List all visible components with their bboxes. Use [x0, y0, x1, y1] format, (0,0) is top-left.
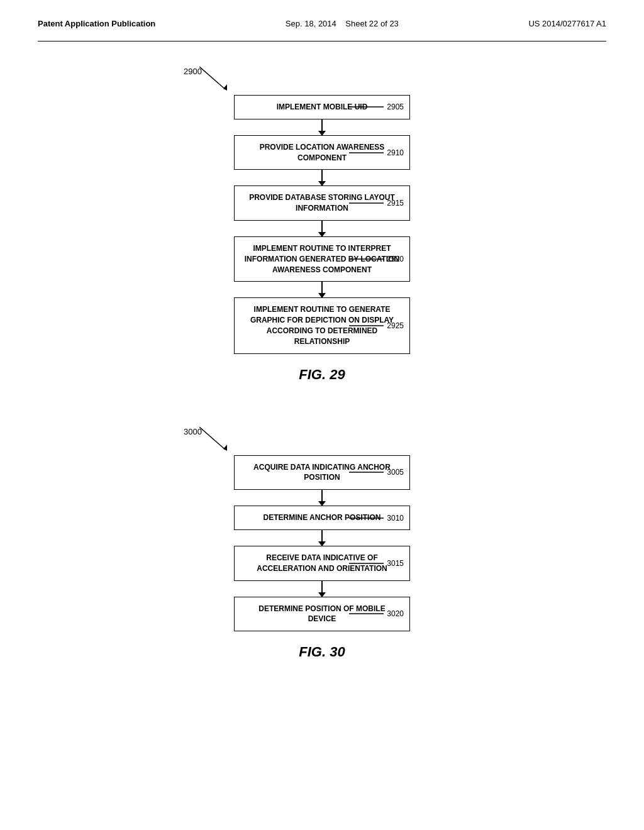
fig29-ref-2905: 2905 [349, 102, 404, 112]
fig30-ref-3005: 3005 [349, 467, 404, 477]
fig30-row-3020: DETERMINE POSITION OF MOBILE DEVICE 3020 [234, 597, 410, 632]
fig29-row-2920: IMPLEMENT ROUTINE TO INTERPRET INFORMATI… [234, 236, 410, 282]
fig30-section: 3000 ACQUIRE DATA INDICATING ANCHOR POSI… [38, 427, 606, 680]
fig29-title: FIG. 29 [299, 367, 345, 383]
fig30-ref-3015: 3015 [349, 558, 404, 568]
fig30-title: FIG. 30 [299, 644, 345, 660]
fig30-flowchart: ACQUIRE DATA INDICATING ANCHOR POSITION … [234, 455, 410, 632]
svg-marker-1 [223, 84, 227, 91]
fig29-row-2925: IMPLEMENT ROUTINE TO GENERATE GRAPHIC FO… [234, 297, 410, 353]
header-left: Patent Application Publication [38, 19, 155, 28]
fig29-ref-2915: 2915 [349, 198, 404, 208]
svg-marker-8 [223, 445, 227, 451]
fig30-arrow-3 [321, 581, 323, 597]
fig29-row-2915: PROVIDE DATABASE STORING LAYOUT INFORMAT… [234, 185, 410, 221]
fig30-row-3015: RECEIVE DATA INDICATIVE OF ACCELERATION … [234, 546, 410, 581]
fig30-start-arrow [199, 427, 250, 452]
fig29-row-2905: IMPLEMENT MOBILE UID 2905 [234, 95, 410, 119]
fig29-start-arrow [199, 67, 250, 92]
fig29-flowchart: IMPLEMENT MOBILE UID 2905 PROVIDE LOCATI… [234, 95, 410, 354]
fig30-arrow-1 [321, 490, 323, 506]
page-header: Patent Application Publication Sep. 18, … [38, 19, 606, 42]
fig29-arrow-1 [321, 119, 323, 135]
header-center: Sep. 18, 2014 Sheet 22 of 23 [286, 19, 399, 28]
page: Patent Application Publication Sep. 18, … [0, 0, 644, 830]
fig29-arrow-3 [321, 221, 323, 236]
fig30-ref-3020: 3020 [349, 609, 404, 619]
fig30-row-3010: DETERMINE ANCHOR POSITION 3010 [234, 506, 410, 530]
fig30-ref-3010: 3010 [349, 513, 404, 523]
fig29-row-2910: PROVIDE LOCATION AWARENESS COMPONENT 291… [234, 135, 410, 170]
fig29-ref-2925: 2925 [349, 321, 404, 331]
header-right: US 2014/0277617 A1 [528, 19, 606, 28]
fig30-row-3005: ACQUIRE DATA INDICATING ANCHOR POSITION … [234, 455, 410, 490]
fig29-ref-2910: 2910 [349, 148, 404, 158]
fig30-arrow-2 [321, 530, 323, 546]
fig29-section: 2900 IMPLEMENT MOBILE UID 2905 [38, 67, 606, 402]
fig29-arrow-4 [321, 282, 323, 297]
svg-line-0 [199, 67, 225, 89]
svg-line-7 [199, 427, 225, 449]
fig29-arrow-2 [321, 170, 323, 185]
fig29-ref-2920: 2920 [349, 254, 404, 264]
